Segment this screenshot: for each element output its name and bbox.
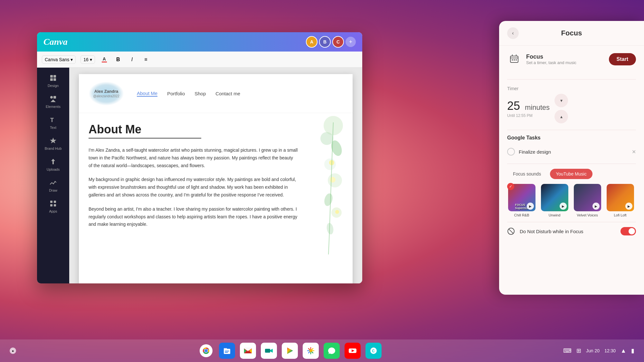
bold-icon: B bbox=[116, 57, 120, 62]
youtube-music-tab[interactable]: YouTube Music bbox=[550, 169, 592, 179]
sidebar-item-apps[interactable]: Apps bbox=[40, 196, 66, 216]
svg-rect-8 bbox=[50, 201, 52, 203]
music-card-chill[interactable]: ✓ FOCUSSupermix ▶ Chill R&B bbox=[507, 184, 536, 217]
para-3: Beyond being an artist, I'm also a teach… bbox=[89, 205, 298, 228]
timer-display: 25 minutes Until 12:55 PM bbox=[507, 99, 550, 118]
sidebar-item-text[interactable]: T Text bbox=[40, 113, 66, 132]
task-name: Finalize design bbox=[519, 149, 628, 155]
svg-point-4 bbox=[50, 96, 53, 99]
task-circle-icon[interactable] bbox=[507, 148, 515, 156]
nav-portfolio[interactable]: Portfolio bbox=[167, 91, 185, 96]
velvet-card-wrapper: ▶ bbox=[574, 184, 601, 211]
add-collaborator-button[interactable]: + bbox=[346, 37, 356, 47]
apps-label: Apps bbox=[49, 209, 57, 213]
chill-card-label: Chill R&B bbox=[514, 213, 529, 217]
sidebar-item-uploads[interactable]: Uploads bbox=[40, 155, 66, 174]
svg-point-22 bbox=[326, 223, 334, 235]
apps-icon bbox=[49, 199, 58, 208]
music-card-unwind[interactable]: ▶ Unwind bbox=[540, 184, 569, 217]
taskbar-files[interactable] bbox=[219, 343, 235, 359]
canva-canvas: Alex Zandra @alexzandra2022 About Me Por… bbox=[69, 68, 362, 283]
nav-contact[interactable]: Contact me bbox=[215, 91, 240, 96]
uploads-label: Uploads bbox=[47, 167, 60, 171]
back-icon: ‹ bbox=[512, 30, 514, 36]
draw-icon bbox=[49, 178, 58, 187]
nav-shop[interactable]: Shop bbox=[194, 91, 206, 96]
lofi-play-icon: ▶ bbox=[625, 203, 632, 210]
timer-minutes: 25 bbox=[507, 99, 520, 112]
dnd-toggle[interactable] bbox=[620, 227, 636, 235]
timer-row: 25 minutes Until 12:55 PM ▾ ▴ bbox=[507, 94, 636, 123]
taskbar-right: ⌨ ⊞ Jun 20 12:30 ▲ ▮ bbox=[563, 347, 634, 354]
taskbar-canva[interactable]: C bbox=[365, 343, 382, 359]
velvet-card-label: Velvet Voices bbox=[577, 213, 598, 217]
text-color-icon: A bbox=[102, 57, 107, 62]
design-icon bbox=[49, 73, 58, 82]
focus-panel: ‹ Focus Focus Set a timer, task and musi… bbox=[499, 21, 644, 295]
taskbar-meet[interactable] bbox=[261, 343, 277, 359]
canvas-page: Alex Zandra @alexzandra2022 About Me Por… bbox=[79, 74, 353, 283]
velvet-play-icon: ▶ bbox=[592, 203, 600, 210]
svg-point-18 bbox=[330, 177, 336, 183]
svg-point-19 bbox=[323, 193, 334, 207]
launcher-dot[interactable]: ● bbox=[10, 348, 16, 354]
svg-rect-36 bbox=[225, 352, 228, 353]
wifi-icon: ▲ bbox=[620, 348, 626, 354]
unwind-card-wrapper: ▶ bbox=[541, 184, 568, 211]
focus-back-button[interactable]: ‹ bbox=[507, 27, 519, 39]
avatar-3[interactable]: C bbox=[332, 36, 344, 48]
taskbar-messages[interactable] bbox=[324, 343, 340, 359]
align-button[interactable]: ≡ bbox=[141, 55, 150, 64]
timer-decrease-button[interactable]: ▾ bbox=[554, 94, 568, 107]
task-close-button[interactable]: ✕ bbox=[632, 149, 636, 155]
avatar-2[interactable]: B bbox=[319, 36, 331, 48]
svg-text:C: C bbox=[372, 349, 375, 353]
taskbar-youtube[interactable] bbox=[345, 343, 361, 359]
svg-rect-34 bbox=[224, 348, 227, 349]
sidebar-item-elements[interactable]: Elements bbox=[40, 92, 66, 111]
canvas-nav: About Me Portfolio Shop Contact me bbox=[137, 90, 240, 97]
taskbar-time: 12:30 bbox=[604, 348, 616, 353]
taskbar-gmail[interactable] bbox=[240, 343, 256, 359]
svg-rect-11 bbox=[54, 204, 56, 206]
bold-button[interactable]: B bbox=[114, 55, 123, 64]
timer-increase-button[interactable]: ▴ bbox=[554, 110, 568, 123]
canvas-title: About Me bbox=[89, 123, 201, 138]
svg-rect-0 bbox=[50, 75, 53, 78]
taskbar-chrome[interactable] bbox=[198, 343, 214, 359]
music-tabs: Focus sounds YouTube Music bbox=[507, 169, 636, 179]
velvet-thumbnail: ▶ bbox=[574, 184, 601, 211]
music-card-velvet[interactable]: ▶ Velvet Voices bbox=[573, 184, 602, 217]
nav-about-me[interactable]: About Me bbox=[137, 90, 157, 97]
svg-rect-1 bbox=[53, 75, 56, 78]
sidebar-item-brand-hub[interactable]: Brand Hub bbox=[40, 134, 66, 153]
taskbar-play[interactable] bbox=[282, 343, 298, 359]
music-section: Focus sounds YouTube Music ✓ FOCUSSuperm… bbox=[499, 164, 644, 222]
taskbar-center: C bbox=[16, 343, 563, 359]
sidebar-item-draw[interactable]: Draw bbox=[40, 176, 66, 195]
dnd-icon bbox=[507, 227, 515, 235]
svg-rect-35 bbox=[225, 351, 229, 351]
keyboard-icon: ⌨ bbox=[563, 347, 572, 354]
canva-toolbar: Canva Sans ▾ 16 ▾ A B I ≡ bbox=[37, 52, 362, 68]
font-size-value: 16 bbox=[83, 57, 89, 62]
focus-panel-header: ‹ Focus bbox=[499, 21, 644, 46]
canva-sidebar: Design Elements T Text bbox=[37, 68, 69, 283]
start-button[interactable]: Start bbox=[609, 53, 636, 65]
elements-label: Elements bbox=[46, 105, 61, 109]
svg-point-26 bbox=[516, 59, 517, 61]
font-size-selector[interactable]: 16 ▾ bbox=[80, 55, 95, 64]
svg-rect-3 bbox=[53, 78, 56, 81]
svg-rect-10 bbox=[50, 204, 52, 206]
sidebar-item-design[interactable]: Design bbox=[40, 71, 66, 90]
focus-sounds-tab[interactable]: Focus sounds bbox=[507, 169, 547, 179]
italic-icon: I bbox=[131, 57, 133, 62]
italic-button[interactable]: I bbox=[128, 55, 137, 64]
taskbar-left: ● bbox=[10, 348, 16, 354]
chill-play-icon: ▶ bbox=[527, 203, 534, 210]
music-card-lofi[interactable]: ▶ Lofi Loft bbox=[606, 184, 635, 217]
taskbar-photos[interactable] bbox=[303, 343, 319, 359]
avatar-1[interactable]: A bbox=[306, 36, 317, 48]
font-selector[interactable]: Canva Sans ▾ bbox=[42, 55, 76, 64]
text-color-button[interactable]: A bbox=[100, 55, 109, 64]
